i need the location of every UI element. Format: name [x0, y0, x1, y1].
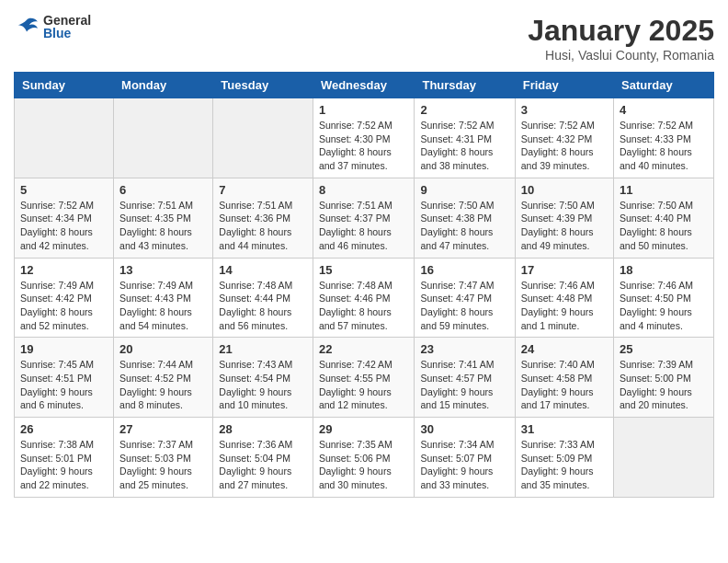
day-number: 3: [521, 103, 608, 117]
calendar-cell: 4Sunrise: 7:52 AM Sunset: 4:33 PM Daylig…: [614, 98, 714, 178]
day-number: 8: [319, 183, 409, 197]
day-info: Sunrise: 7:46 AM Sunset: 4:48 PM Dayligh…: [521, 279, 608, 333]
calendar-cell: 16Sunrise: 7:47 AM Sunset: 4:47 PM Dayli…: [415, 258, 515, 338]
day-number: 27: [119, 422, 207, 436]
day-info: Sunrise: 7:50 AM Sunset: 4:40 PM Dayligh…: [620, 199, 708, 253]
calendar-header-wednesday: Wednesday: [313, 73, 415, 98]
day-info: Sunrise: 7:45 AM Sunset: 4:51 PM Dayligh…: [20, 358, 108, 412]
day-number: 23: [420, 342, 508, 356]
calendar-cell: [114, 98, 213, 178]
calendar-week-row: 19Sunrise: 7:45 AM Sunset: 4:51 PM Dayli…: [15, 338, 714, 418]
calendar-cell: 27Sunrise: 7:37 AM Sunset: 5:03 PM Dayli…: [114, 418, 213, 498]
calendar-cell: 20Sunrise: 7:44 AM Sunset: 4:52 PM Dayli…: [114, 338, 213, 418]
calendar-cell: 29Sunrise: 7:35 AM Sunset: 5:06 PM Dayli…: [313, 418, 415, 498]
calendar-cell: 24Sunrise: 7:40 AM Sunset: 4:58 PM Dayli…: [515, 338, 613, 418]
day-info: Sunrise: 7:52 AM Sunset: 4:32 PM Dayligh…: [521, 119, 608, 173]
day-number: 22: [319, 342, 409, 356]
day-info: Sunrise: 7:41 AM Sunset: 4:57 PM Dayligh…: [420, 358, 508, 412]
month-title: January 2025: [528, 14, 714, 48]
day-number: 19: [20, 342, 108, 356]
logo-text: General Blue: [43, 14, 91, 40]
day-info: Sunrise: 7:33 AM Sunset: 5:09 PM Dayligh…: [521, 438, 608, 492]
calendar-header-row: SundayMondayTuesdayWednesdayThursdayFrid…: [15, 73, 714, 98]
day-info: Sunrise: 7:51 AM Sunset: 4:37 PM Dayligh…: [319, 199, 409, 253]
title-section: January 2025 Husi, Vaslui County, Romani…: [528, 14, 714, 63]
calendar-cell: 12Sunrise: 7:49 AM Sunset: 4:42 PM Dayli…: [15, 258, 114, 338]
day-info: Sunrise: 7:51 AM Sunset: 4:36 PM Dayligh…: [219, 199, 307, 253]
day-info: Sunrise: 7:35 AM Sunset: 5:06 PM Dayligh…: [319, 438, 409, 492]
logo: General Blue: [14, 14, 91, 40]
day-number: 1: [319, 103, 409, 117]
calendar-cell: 6Sunrise: 7:51 AM Sunset: 4:35 PM Daylig…: [114, 178, 213, 258]
calendar-cell: 7Sunrise: 7:51 AM Sunset: 4:36 PM Daylig…: [213, 178, 313, 258]
day-info: Sunrise: 7:52 AM Sunset: 4:31 PM Dayligh…: [420, 119, 508, 173]
calendar-cell: 8Sunrise: 7:51 AM Sunset: 4:37 PM Daylig…: [313, 178, 415, 258]
location-text: Husi, Vaslui County, Romania: [528, 48, 714, 63]
calendar-cell: 14Sunrise: 7:48 AM Sunset: 4:44 PM Dayli…: [213, 258, 313, 338]
day-number: 29: [319, 422, 409, 436]
day-info: Sunrise: 7:40 AM Sunset: 4:58 PM Dayligh…: [521, 358, 608, 412]
day-number: 5: [20, 183, 108, 197]
calendar-cell: 2Sunrise: 7:52 AM Sunset: 4:31 PM Daylig…: [415, 98, 515, 178]
logo-bird-icon: [14, 17, 40, 37]
day-number: 18: [620, 263, 708, 277]
logo-blue-text: Blue: [43, 27, 91, 40]
day-number: 15: [319, 263, 409, 277]
calendar-header-tuesday: Tuesday: [213, 73, 313, 98]
day-number: 9: [420, 183, 508, 197]
day-info: Sunrise: 7:42 AM Sunset: 4:55 PM Dayligh…: [319, 358, 409, 412]
calendar-cell: 5Sunrise: 7:52 AM Sunset: 4:34 PM Daylig…: [15, 178, 114, 258]
day-info: Sunrise: 7:38 AM Sunset: 5:01 PM Dayligh…: [20, 438, 108, 492]
day-info: Sunrise: 7:43 AM Sunset: 4:54 PM Dayligh…: [219, 358, 307, 412]
day-info: Sunrise: 7:52 AM Sunset: 4:34 PM Dayligh…: [20, 199, 108, 253]
day-info: Sunrise: 7:36 AM Sunset: 5:04 PM Dayligh…: [219, 438, 307, 492]
calendar-header-monday: Monday: [114, 73, 213, 98]
calendar-week-row: 12Sunrise: 7:49 AM Sunset: 4:42 PM Dayli…: [15, 258, 714, 338]
day-info: Sunrise: 7:50 AM Sunset: 4:39 PM Dayligh…: [521, 199, 608, 253]
calendar-cell: [15, 98, 114, 178]
calendar-cell: 18Sunrise: 7:46 AM Sunset: 4:50 PM Dayli…: [614, 258, 714, 338]
day-info: Sunrise: 7:47 AM Sunset: 4:47 PM Dayligh…: [420, 279, 508, 333]
calendar-header-sunday: Sunday: [15, 73, 114, 98]
page-header: General Blue January 2025 Husi, Vaslui C…: [14, 14, 714, 63]
calendar-cell: 31Sunrise: 7:33 AM Sunset: 5:09 PM Dayli…: [515, 418, 613, 498]
calendar-cell: 11Sunrise: 7:50 AM Sunset: 4:40 PM Dayli…: [614, 178, 714, 258]
calendar-cell: 25Sunrise: 7:39 AM Sunset: 5:00 PM Dayli…: [614, 338, 714, 418]
calendar-cell: 22Sunrise: 7:42 AM Sunset: 4:55 PM Dayli…: [313, 338, 415, 418]
day-info: Sunrise: 7:50 AM Sunset: 4:38 PM Dayligh…: [420, 199, 508, 253]
day-number: 17: [521, 263, 608, 277]
day-number: 7: [219, 183, 307, 197]
calendar-week-row: 5Sunrise: 7:52 AM Sunset: 4:34 PM Daylig…: [15, 178, 714, 258]
day-number: 12: [20, 263, 108, 277]
day-number: 31: [521, 422, 608, 436]
calendar-cell: 10Sunrise: 7:50 AM Sunset: 4:39 PM Dayli…: [515, 178, 613, 258]
day-number: 14: [219, 263, 307, 277]
day-info: Sunrise: 7:34 AM Sunset: 5:07 PM Dayligh…: [420, 438, 508, 492]
day-number: 10: [521, 183, 608, 197]
calendar-cell: 17Sunrise: 7:46 AM Sunset: 4:48 PM Dayli…: [515, 258, 613, 338]
day-info: Sunrise: 7:44 AM Sunset: 4:52 PM Dayligh…: [119, 358, 207, 412]
day-number: 20: [119, 342, 207, 356]
day-info: Sunrise: 7:52 AM Sunset: 4:33 PM Dayligh…: [620, 119, 708, 173]
calendar-table: SundayMondayTuesdayWednesdayThursdayFrid…: [14, 72, 714, 498]
day-info: Sunrise: 7:52 AM Sunset: 4:30 PM Dayligh…: [319, 119, 409, 173]
day-info: Sunrise: 7:39 AM Sunset: 5:00 PM Dayligh…: [620, 358, 708, 412]
calendar-cell: 30Sunrise: 7:34 AM Sunset: 5:07 PM Dayli…: [415, 418, 515, 498]
calendar-cell: 28Sunrise: 7:36 AM Sunset: 5:04 PM Dayli…: [213, 418, 313, 498]
day-info: Sunrise: 7:48 AM Sunset: 4:44 PM Dayligh…: [219, 279, 307, 333]
calendar-cell: 26Sunrise: 7:38 AM Sunset: 5:01 PM Dayli…: [15, 418, 114, 498]
day-info: Sunrise: 7:48 AM Sunset: 4:46 PM Dayligh…: [319, 279, 409, 333]
day-number: 2: [420, 103, 508, 117]
calendar-cell: 23Sunrise: 7:41 AM Sunset: 4:57 PM Dayli…: [415, 338, 515, 418]
day-info: Sunrise: 7:37 AM Sunset: 5:03 PM Dayligh…: [119, 438, 207, 492]
day-number: 13: [119, 263, 207, 277]
day-number: 30: [420, 422, 508, 436]
calendar-cell: 13Sunrise: 7:49 AM Sunset: 4:43 PM Dayli…: [114, 258, 213, 338]
calendar-header-friday: Friday: [515, 73, 613, 98]
day-number: 26: [20, 422, 108, 436]
day-number: 16: [420, 263, 508, 277]
logo-general-text: General: [43, 14, 91, 27]
calendar-header-saturday: Saturday: [614, 73, 714, 98]
calendar-header-thursday: Thursday: [415, 73, 515, 98]
day-number: 24: [521, 342, 608, 356]
